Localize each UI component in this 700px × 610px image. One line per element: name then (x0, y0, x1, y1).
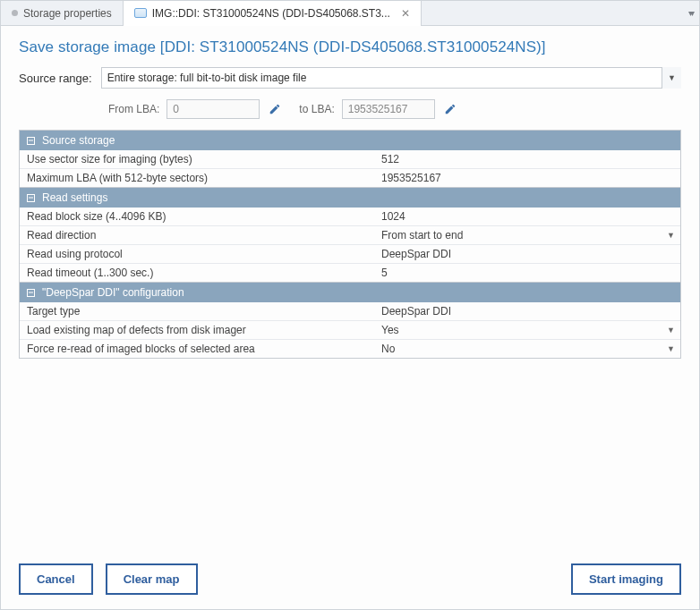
row-label: Maximum LBA (with 512-byte sectors) (20, 169, 374, 187)
app-window: Storage properties IMG::DDI: ST31000524N… (0, 0, 700, 610)
tabbar-overflow[interactable]: ▾▾ (681, 1, 699, 25)
row-value[interactable]: No▼ (374, 340, 680, 358)
row-label: Load existing map of defects from disk i… (20, 321, 374, 339)
row-value[interactable]: From start to end▼ (374, 226, 680, 244)
tab-img-ddi[interactable]: IMG::DDI: ST31000524NS (DDI-DS405068.ST3… (124, 1, 422, 25)
row-value-text: From start to end (381, 229, 463, 241)
collapse-icon (27, 137, 35, 145)
tab-label: Storage properties (23, 7, 112, 20)
circle-icon (12, 10, 18, 16)
row-value-text: Yes (381, 324, 399, 336)
settings-grid: Source storage Use sector size for imagi… (19, 130, 681, 359)
from-lba-label: From LBA: (108, 103, 159, 115)
from-lba-input[interactable] (166, 99, 260, 119)
footer: Cancel Clear map Start imaging (1, 563, 699, 609)
clear-map-button[interactable]: Clear map (106, 563, 198, 595)
collapse-icon (27, 194, 35, 202)
row-value[interactable]: 1024 (374, 208, 680, 225)
collapse-icon (27, 289, 35, 297)
grid-row[interactable]: Maximum LBA (with 512-byte sectors) 1953… (20, 168, 680, 187)
section-title: Source storage (42, 134, 115, 147)
pencil-icon (269, 103, 281, 115)
edit-to-lba-button[interactable] (442, 101, 458, 117)
row-value[interactable]: DeepSpar DDI (374, 302, 680, 320)
row-label: Target type (20, 302, 374, 320)
close-icon[interactable]: ✕ (401, 8, 410, 19)
grid-row[interactable]: Target type DeepSpar DDI (20, 302, 680, 320)
tab-label: IMG::DDI: ST31000524NS (DDI-DS405068.ST3… (152, 7, 390, 20)
row-value: 1953525167 (374, 169, 680, 187)
grid-row[interactable]: Read using protocol DeepSpar DDI (20, 244, 680, 263)
row-value[interactable]: DeepSpar DDI (374, 245, 680, 263)
cancel-button[interactable]: Cancel (19, 563, 93, 595)
source-range-label: Source range: (19, 72, 92, 85)
to-lba-label: to LBA: (299, 103, 334, 115)
source-range-row: Source range: Entire storage: full bit-t… (19, 67, 681, 89)
lba-row: From LBA: to LBA: (108, 99, 681, 119)
grid-row[interactable]: Load existing map of defects from disk i… (20, 320, 680, 339)
section-title: "DeepSpar DDI" configuration (42, 286, 184, 299)
tab-storage-properties[interactable]: Storage properties (1, 1, 124, 25)
chevron-down-icon: ▼ (667, 231, 675, 240)
grid-row[interactable]: Force re-read of imaged blocks of select… (20, 339, 680, 358)
content-area: Save storage image [DDI: ST31000524NS (D… (1, 26, 699, 563)
to-lba-input[interactable] (342, 99, 435, 119)
chevron-down-icon: ▼ (667, 344, 675, 353)
row-label: Use sector size for imaging (bytes) (20, 150, 374, 168)
row-label: Read using protocol (20, 245, 374, 263)
section-header-read-settings[interactable]: Read settings (20, 187, 680, 208)
row-value-text: No (381, 343, 395, 355)
grid-row[interactable]: Use sector size for imaging (bytes) 512 (20, 150, 680, 168)
section-header-ddi-config[interactable]: "DeepSpar DDI" configuration (20, 282, 680, 302)
edit-from-lba-button[interactable] (267, 101, 283, 117)
row-value[interactable]: 5 (374, 264, 680, 282)
row-value[interactable]: Yes▼ (374, 321, 680, 339)
row-label: Force re-read of imaged blocks of select… (20, 340, 374, 358)
row-label: Read block size (4..4096 KB) (20, 208, 374, 225)
pencil-icon (444, 103, 457, 115)
source-range-select[interactable]: Entire storage: full bit-to-bit disk ima… (101, 67, 681, 89)
disk-icon (134, 8, 147, 18)
row-label: Read timeout (1..300 sec.) (20, 264, 374, 282)
grid-row[interactable]: Read timeout (1..300 sec.) 5 (20, 263, 680, 282)
grid-row[interactable]: Read direction From start to end▼ (20, 225, 680, 244)
tab-bar: Storage properties IMG::DDI: ST31000524N… (1, 1, 699, 26)
page-title: Save storage image [DDI: ST31000524NS (D… (19, 38, 681, 56)
source-range-select-wrap: Entire storage: full bit-to-bit disk ima… (101, 67, 681, 89)
row-label: Read direction (20, 226, 374, 244)
spacer (210, 563, 559, 595)
chevron-down-icon: ▾▾ (688, 8, 692, 18)
chevron-down-icon: ▼ (667, 326, 675, 335)
start-imaging-button[interactable]: Start imaging (571, 563, 681, 595)
section-title: Read settings (42, 191, 107, 204)
grid-row[interactable]: Read block size (4..4096 KB) 1024 (20, 208, 680, 225)
section-header-source-storage[interactable]: Source storage (20, 131, 680, 150)
row-value: 512 (374, 150, 680, 168)
